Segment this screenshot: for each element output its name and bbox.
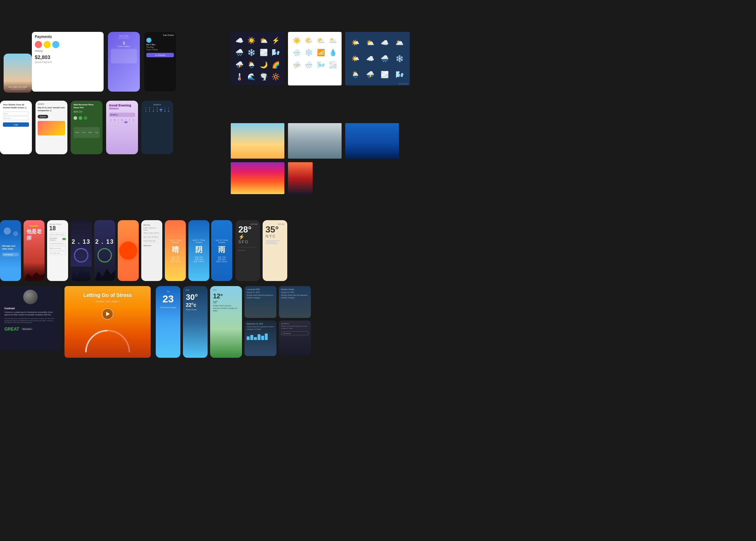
wil-cloudy: ⛅ bbox=[316, 35, 326, 46]
sfo-city-label: SFO bbox=[238, 240, 257, 244]
cn-date1: April 14 , FridayEvenings bbox=[169, 239, 181, 243]
artist-gallery-label: Artist Gallery bbox=[111, 45, 137, 47]
notif-btn[interactable]: Just Sunrise bbox=[281, 331, 309, 335]
sfo-lightning-icon: ⚡ bbox=[238, 234, 257, 240]
garden-temp: 12° bbox=[213, 293, 239, 300]
cn-weather-rainy: April 14 , FridayEvening 雨 温度: 16%湿度: 88… bbox=[211, 220, 232, 281]
contrast-desc: Contrast is a simple app for checking th… bbox=[4, 311, 57, 316]
wib-cloud1: ⛅ bbox=[364, 35, 377, 50]
explore-btn[interactable]: Explore bbox=[38, 115, 48, 118]
wib-fog2: 🌫️ bbox=[378, 67, 392, 82]
wi-tornado: 🌪️ bbox=[259, 72, 269, 82]
contrast-great-label: GREAT bbox=[4, 327, 19, 332]
wi-fog: 🌫️ bbox=[259, 48, 269, 58]
manage-tasks-text: Manage your daily tasks bbox=[2, 245, 19, 251]
wib-cloudy2: ☁️ bbox=[364, 51, 377, 66]
todo-afternoon: Afternoon bbox=[143, 244, 160, 247]
wil-overcast: 🌥️ bbox=[328, 35, 338, 46]
weather-icons-dark: ☁️ ☀️ ⛅ ⚡ 🌧️ ❄️ 🌫️ 🌬️ ⛈️ 🌦️ 🌙 🌈 🌡️ 🌊 🌪️ … bbox=[231, 32, 284, 85]
wil-fog: 🌫️ bbox=[328, 60, 338, 70]
teacher-label: teacher bbox=[30, 225, 39, 227]
todo-subtitle: Enter a glass of water bbox=[143, 227, 160, 231]
nyc-temp-display: 35° bbox=[266, 225, 284, 234]
contrast-desc2: Contrast allows you to quickly know if a… bbox=[4, 318, 57, 324]
cn-date2: April 14 , FridayEvening bbox=[192, 239, 205, 243]
nyc-weather-phone: 9:41 AM 35° NYC bbox=[263, 220, 287, 281]
profile-num: 18 bbox=[49, 225, 66, 232]
small-weather-title-2: Weather Details bbox=[281, 288, 309, 290]
sky-gradient-2 bbox=[288, 123, 342, 159]
wi-moon: 🌙 bbox=[259, 60, 269, 70]
good-evening-name: Abdullon bbox=[109, 107, 135, 110]
date-weekday: Tue bbox=[167, 290, 170, 293]
date-weather-phone: Tue 23 The Woman Dragon bbox=[156, 286, 180, 358]
orange-sun-phone bbox=[118, 220, 139, 281]
bike-phone-card: Let's explore the world! adventure@world… bbox=[4, 54, 32, 93]
mental-app-name: mentl.it bbox=[38, 103, 65, 105]
cn-weather-details2: 温度: 18%湿度: 66%风速 1.8km/h bbox=[193, 256, 204, 263]
todo-phone: Morning Enter a glass of water Take a da… bbox=[141, 220, 162, 281]
timer-phone-1: 2 . 13 bbox=[71, 220, 92, 281]
wil-wifi: 📶 bbox=[316, 48, 326, 58]
timer-phone-2: 2 . 13 bbox=[94, 220, 115, 281]
payments-quickpay: Quick Payment bbox=[35, 61, 101, 63]
notif-desc: Simple check track the exposure month's … bbox=[281, 325, 309, 329]
wib-sun-cloud: 🌤️ bbox=[349, 35, 362, 50]
health-login-card: Your Shelter from all mental health issu… bbox=[0, 101, 32, 154]
payments-title: Payments bbox=[35, 35, 101, 39]
login-button[interactable]: Login bbox=[3, 122, 29, 127]
health-title: Your Shelter from all mental health issu… bbox=[3, 104, 29, 109]
timer2-display: 2 . 13 bbox=[95, 239, 114, 245]
wi-thermometer: 🌡️ bbox=[234, 72, 245, 82]
small-weather-title-1: Lancement 88% bbox=[247, 288, 274, 290]
wib-drizzle2: 🌦️ bbox=[349, 67, 362, 82]
cn-char-rainy: 雨 bbox=[218, 245, 225, 255]
nyc-city-label: NYC bbox=[266, 234, 284, 238]
wi-drizzle: 🌦️ bbox=[247, 60, 257, 70]
wil-sun: ☀️ bbox=[292, 35, 302, 46]
bike-text: Let's explore the world! adventure@world… bbox=[8, 86, 27, 90]
wi-thunder: ⚡ bbox=[271, 35, 281, 46]
profile-phone: Monday Actual 18 Space followers circle … bbox=[47, 220, 68, 281]
good-evening: Good Evening bbox=[109, 104, 135, 107]
contrast-app-card: Contrast Contrast is a simple app for ch… bbox=[0, 286, 61, 351]
cn-char-sunny: 晴 bbox=[172, 245, 179, 255]
notif-title: Just Sunrise bbox=[281, 323, 309, 324]
get-started-btn[interactable]: Get Started bbox=[2, 253, 19, 256]
stress-play-button[interactable] bbox=[102, 308, 113, 320]
wil-hail: 🌨️ bbox=[304, 60, 314, 70]
todo-item2: Set some intention bbox=[143, 235, 160, 239]
wi-rain: 🌧️ bbox=[234, 48, 245, 58]
cn-weather-details1: 温度: 22%湿度: 44%风速 2.5km/h bbox=[170, 256, 180, 263]
big-temp-display: 30° bbox=[186, 293, 205, 302]
sky-gradient-4 bbox=[231, 162, 284, 194]
sfo-temp-display: 28° bbox=[238, 225, 257, 234]
garden-weather-phone: 9:41 12° 12° Simple-check track the expo… bbox=[210, 286, 242, 358]
stress-arc-svg bbox=[82, 327, 133, 352]
wib-snow2: ❄️ bbox=[393, 51, 406, 66]
cn-weather-details3: 温度: 16%湿度: 88%风速 2.2km/h bbox=[216, 256, 227, 263]
evening-card: Good Evening Abdullon SEARCH S M T W T F… bbox=[106, 101, 138, 154]
search-label: SEARCH bbox=[144, 104, 170, 106]
teacher-cn: 他是老师 bbox=[26, 228, 42, 242]
small-weather-detail-1: August 22, 2022 bbox=[247, 291, 274, 293]
garden-temp-secondary: 12° bbox=[213, 300, 239, 304]
wi-cloud: ☁️ bbox=[234, 35, 245, 46]
vectorstock-watermark-blue: VectorStock bbox=[398, 83, 408, 85]
small-weather-text-3: Check track the exposure month's changes… bbox=[247, 326, 274, 331]
stress-app-title: Letting Go of Stress bbox=[83, 292, 132, 298]
wi-partly-cloudy: ⛅ bbox=[259, 35, 269, 46]
wil-drop: 💧 bbox=[328, 48, 338, 58]
main-container: Let's explore the world! adventure@world… bbox=[0, 0, 756, 541]
big-weather-time: 9:41 bbox=[186, 289, 205, 291]
wil-rain: 🌧️ bbox=[292, 48, 302, 58]
sky-gradient-3 bbox=[345, 123, 399, 159]
manage-tasks-phone: Manage your daily tasks Get Started bbox=[0, 220, 21, 281]
date-subtitle: The Woman Dragon bbox=[160, 306, 176, 309]
small-weather-1: Lancement 88% August 22, 2022 Simple-che… bbox=[245, 286, 276, 318]
wi-snow: ❄️ bbox=[247, 48, 257, 58]
stress-app-card: Letting Go of Stress Sound: Let Level 1 bbox=[64, 286, 151, 358]
wi-sun: ☀️ bbox=[247, 35, 257, 46]
sfo-weather-phone: 9:41 AM 28° ⚡ SFO New Storm bbox=[235, 220, 260, 281]
vectorstock-watermark-light: VectorStock bbox=[330, 83, 340, 85]
